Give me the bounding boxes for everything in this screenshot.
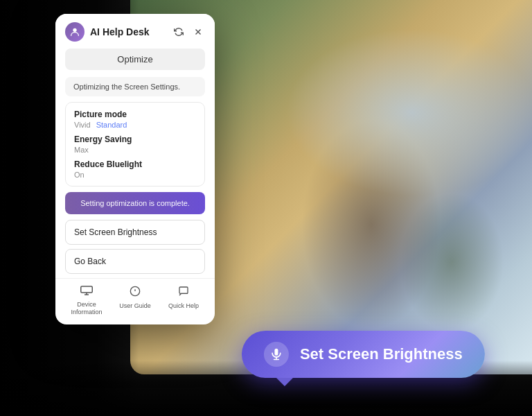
- svg-rect-3: [81, 286, 93, 293]
- status-banner: Optimizing the Screen Settings.: [65, 77, 205, 96]
- setting-row-picture: Picture mode Vivid Standard: [74, 110, 196, 129]
- set-brightness-label: Set Screen Brightness: [74, 227, 157, 237]
- status-text: Optimizing the Screen Settings.: [73, 83, 180, 91]
- panel-header: AI Help Desk: [55, 14, 215, 42]
- picture-vivid: Vivid: [74, 121, 91, 129]
- footer-user-guide[interactable]: User Guide: [111, 286, 159, 316]
- setting-label-bluelight: Reduce Bluelight: [74, 159, 196, 169]
- bluelight-on: On: [74, 171, 85, 179]
- voice-bubble[interactable]: Set Screen Brightness: [242, 331, 485, 378]
- ai-icon: [65, 22, 85, 42]
- go-back-label: Go Back: [74, 257, 106, 266]
- book-icon: [130, 286, 141, 300]
- panel-title: AI Help Desk: [90, 26, 150, 37]
- footer-guide-label: User Guide: [119, 302, 151, 310]
- set-brightness-button[interactable]: Set Screen Brightness: [65, 220, 205, 245]
- setting-value-bluelight: On: [74, 171, 196, 179]
- panel-header-left: AI Help Desk: [65, 22, 150, 42]
- picture-standard: Standard: [96, 121, 127, 129]
- mic-icon: [264, 342, 289, 367]
- help-icon: [178, 286, 189, 300]
- svg-rect-7: [179, 287, 188, 293]
- go-back-button[interactable]: Go Back: [65, 249, 205, 274]
- setting-value-picture: Vivid Standard: [74, 121, 196, 129]
- complete-banner: Setting optimization is complete.: [65, 192, 205, 214]
- footer-quick-label: Quick Help: [168, 302, 199, 310]
- setting-label-energy: Energy Saving: [74, 135, 196, 144]
- settings-card: Picture mode Vivid Standard Energy Savin…: [65, 102, 205, 187]
- setting-value-energy: Max: [74, 146, 196, 154]
- setting-row-bluelight: Reduce Bluelight On: [74, 159, 196, 179]
- svg-rect-10: [274, 349, 278, 356]
- setting-row-energy: Energy Saving Max: [74, 135, 196, 154]
- footer-device-info[interactable]: Device Information: [62, 286, 111, 316]
- setting-label-picture: Picture mode: [74, 110, 196, 119]
- device-icon: [80, 286, 93, 298]
- ai-helpdesk-panel: AI Help Desk Optimize Optimizing the Scr…: [55, 14, 215, 324]
- svg-point-0: [73, 28, 76, 32]
- optimize-button[interactable]: Optimize: [65, 49, 205, 70]
- voice-bubble-text: Set Screen Brightness: [300, 345, 463, 363]
- footer-quick-help[interactable]: Quick Help: [159, 286, 208, 316]
- panel-controls: [172, 25, 205, 39]
- panel-footer: Device Information User Guide Quick He: [55, 278, 215, 324]
- refresh-button[interactable]: [172, 25, 186, 39]
- footer-device-label: Device Information: [62, 301, 111, 316]
- complete-text: Setting optimization is complete.: [80, 199, 190, 207]
- energy-max: Max: [74, 146, 89, 154]
- close-button[interactable]: [191, 25, 205, 39]
